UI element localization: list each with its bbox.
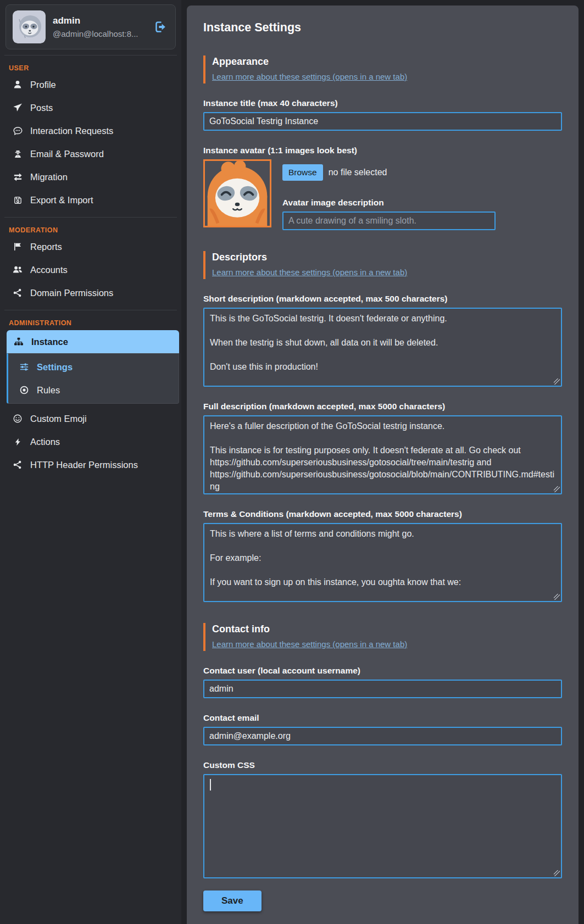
divider: [4, 310, 177, 310]
page-title: Instance Settings: [203, 21, 562, 35]
sidebar-item-actions[interactable]: Actions: [0, 430, 181, 453]
avatar-row: Browse no file selected Avatar image des…: [203, 159, 562, 230]
flag-icon: [12, 241, 23, 252]
user-name: admin: [53, 15, 138, 26]
user-card[interactable]: admin @admin@localhost:8...: [5, 4, 176, 49]
custom-css-label: Custom CSS: [203, 760, 562, 770]
appearance-section-header: Appearance Learn more about these settin…: [203, 55, 562, 84]
resize-grip[interactable]: [554, 486, 560, 492]
sidebar-item-profile[interactable]: Profile: [0, 73, 181, 96]
sidebar-item-settings[interactable]: Settings: [8, 355, 179, 378]
descriptors-learn-more-link[interactable]: Learn more about these settings (opens i…: [212, 268, 407, 277]
right-left-arrows-icon: [12, 171, 23, 182]
comment-dots-icon: [12, 125, 23, 136]
contact-section-header: Contact info Learn more about these sett…: [203, 623, 562, 651]
terms-label: Terms & Conditions (markdown accepted, m…: [203, 509, 562, 519]
circle-dot-icon: [19, 385, 30, 396]
sidebar-item-interaction-requests[interactable]: Interaction Requests: [0, 119, 181, 142]
resize-grip[interactable]: [554, 378, 560, 385]
user-secret-icon: [12, 148, 23, 159]
sidebar-item-export-import[interactable]: Export & Import: [0, 188, 181, 211]
sidebar-item-label: Email & Password: [30, 149, 104, 159]
sidebar-item-label: Interaction Requests: [30, 126, 113, 136]
user-handle: @admin@localhost:8...: [53, 29, 138, 38]
contact-heading: Contact info: [212, 624, 562, 635]
instance-avatar-field: Instance avatar (1:1 images look best): [203, 146, 562, 230]
short-description-label: Short description (markdown accepted, ma…: [203, 294, 562, 304]
file-row: Browse no file selected: [282, 164, 562, 181]
sidebar-item-http-header-permissions[interactable]: HTTP Header Permissions: [0, 453, 181, 476]
instance-avatar-preview: [203, 159, 271, 227]
sidebar-item-migration[interactable]: Migration: [0, 165, 181, 188]
custom-css-textarea[interactable]: [203, 774, 562, 878]
full-description-label: Full description (markdown accepted, max…: [203, 402, 562, 411]
terms-textarea[interactable]: This is where a list of terms and condit…: [203, 523, 562, 602]
bolt-icon: [12, 436, 23, 447]
short-description-textarea[interactable]: This is the GoToSocial testrig. It doesn…: [203, 308, 562, 387]
share-nodes-icon: [12, 459, 23, 470]
instance-title-field: Instance title (max 40 characters): [203, 98, 562, 131]
full-description-textarea[interactable]: Here's a fuller description of the GoToS…: [203, 415, 562, 494]
sidebar-section-moderation: MODERATION: [9, 226, 181, 234]
resize-grip[interactable]: [554, 594, 560, 600]
contact-user-field: Contact user (local account username): [203, 666, 562, 698]
sidebar-section-administration: ADMINISTRATION: [9, 319, 181, 327]
sidebar-item-posts[interactable]: Posts: [0, 96, 181, 119]
sidebar-item-custom-emoji[interactable]: Custom Emoji: [0, 407, 181, 430]
sidebar-item-label: Rules: [37, 385, 60, 396]
sidebar-item-rules[interactable]: Rules: [8, 378, 179, 402]
user-meta: admin @admin@localhost:8...: [53, 15, 138, 38]
sidebar: admin @admin@localhost:8... USER Profile…: [0, 0, 181, 924]
sloth-logo-icon: [13, 10, 46, 43]
terms-field: Terms & Conditions (markdown accepted, m…: [203, 509, 562, 602]
sidebar-item-accounts[interactable]: Accounts: [0, 258, 181, 281]
sidebar-item-label: Export & Import: [30, 195, 93, 205]
share-nodes-icon: [12, 287, 23, 298]
logout-icon[interactable]: [154, 20, 168, 34]
contact-email-field: Contact email: [203, 713, 562, 745]
sidebar-item-domain-permissions[interactable]: Domain Permissions: [0, 281, 181, 304]
sidebar-section-user: USER: [9, 64, 181, 72]
sidebar-item-label: Settings: [37, 362, 73, 372]
sidebar-item-label: Actions: [30, 437, 60, 447]
sidebar-item-label: Migration: [30, 172, 68, 182]
short-description-field: Short description (markdown accepted, ma…: [203, 294, 562, 387]
resize-grip[interactable]: [554, 870, 560, 876]
text-caret: [210, 779, 211, 791]
avatar-description-input[interactable]: [282, 211, 496, 230]
sliders-icon: [19, 361, 30, 372]
sidebar-item-label: Accounts: [30, 265, 68, 275]
sidebar-item-email-password[interactable]: Email & Password: [0, 142, 181, 165]
contact-user-input[interactable]: [203, 680, 562, 698]
contact-learn-more-link[interactable]: Learn more about these settings (opens i…: [212, 639, 407, 649]
user-avatar: [13, 10, 46, 43]
floppy-disk-icon: [12, 194, 23, 205]
avatar-description-label: Avatar image description: [282, 198, 562, 208]
descriptors-section-header: Descriptors Learn more about these setti…: [203, 251, 562, 279]
full-description-field: Full description (markdown accepted, max…: [203, 402, 562, 494]
face-smile-icon: [12, 413, 23, 424]
sidebar-item-instance[interactable]: Instance: [7, 330, 179, 353]
user-icon: [12, 79, 23, 90]
save-button[interactable]: Save: [203, 890, 262, 911]
browse-button[interactable]: Browse: [282, 164, 323, 181]
sidebar-item-label: Posts: [30, 103, 53, 113]
sidebar-item-label: Domain Permissions: [30, 288, 113, 298]
appearance-learn-more-link[interactable]: Learn more about these settings (opens i…: [212, 72, 407, 81]
instance-submenu: Settings Rules: [7, 353, 179, 404]
custom-css-field: Custom CSS: [203, 760, 562, 878]
instance-avatar-label: Instance avatar (1:1 images look best): [203, 146, 562, 155]
sidebar-item-reports[interactable]: Reports: [0, 235, 181, 258]
instance-title-input[interactable]: [203, 112, 562, 131]
descriptors-heading: Descriptors: [212, 252, 562, 263]
paper-plane-icon: [12, 102, 23, 113]
avatar-controls: Browse no file selected Avatar image des…: [282, 159, 562, 230]
sidebar-item-label: Instance: [31, 337, 68, 347]
sidebar-item-label: Profile: [30, 80, 56, 90]
sitemap-icon: [13, 336, 24, 347]
sidebar-item-label: HTTP Header Permissions: [30, 460, 138, 470]
contact-email-input[interactable]: [203, 727, 562, 745]
sidebar-item-label: Custom Emoji: [30, 414, 87, 424]
file-status-text: no file selected: [329, 168, 387, 177]
sloth-avatar-image: [205, 161, 270, 226]
